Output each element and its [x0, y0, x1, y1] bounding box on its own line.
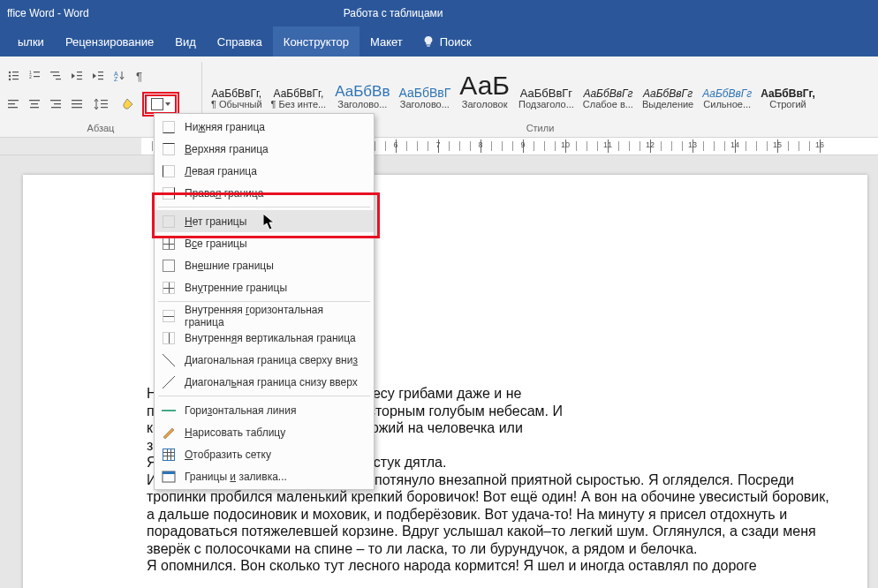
border-menu-item[interactable]: Диагональная граница снизу вверх — [155, 371, 374, 393]
border-menu-item[interactable]: Нарисовать таблицу — [155, 421, 374, 443]
svg-text:¶: ¶ — [136, 70, 142, 82]
svg-rect-17 — [98, 72, 103, 72]
border-none-icon — [162, 215, 176, 229]
title-bar: ffice Word - Word Работа с таблицами — [0, 0, 878, 26]
style-item[interactable]: АаБбВвГгПодзаголо... — [515, 58, 578, 109]
svg-rect-32 — [72, 100, 82, 101]
border-dialog-icon — [162, 470, 176, 484]
svg-text:2: 2 — [29, 74, 32, 79]
ribbon: 12 AZ ¶ — [0, 57, 878, 138]
border-menu-item[interactable]: Внешние границы — [155, 254, 374, 276]
svg-rect-24 — [8, 103, 15, 104]
svg-rect-18 — [98, 75, 103, 76]
svg-rect-35 — [101, 100, 108, 101]
border-menu-item[interactable]: Верхняя граница — [155, 138, 374, 160]
decrease-indent-button[interactable] — [67, 66, 87, 86]
menu-item-label: Нет границы — [185, 215, 246, 228]
menu-tab-1[interactable]: Рецензирование — [55, 26, 164, 57]
ribbon-tabs: ылкиРецензированиеВидСправкаКонструкторМ… — [0, 26, 878, 57]
borders-icon — [151, 98, 163, 110]
svg-text:Z: Z — [114, 76, 118, 82]
menu-item-label: Внутренняя вертикальная граница — [185, 332, 356, 344]
svg-rect-42 — [163, 471, 175, 474]
menu-item-label: Левая граница — [185, 165, 257, 177]
menu-item-label: Горизонтальная линия — [185, 404, 296, 417]
document-area: Не е грибная. В холодном сухом лесу гриб… — [0, 155, 878, 588]
border-hline-icon — [162, 403, 176, 418]
sort-button[interactable]: AZ — [110, 66, 129, 86]
svg-rect-36 — [101, 103, 108, 104]
app-title: ffice Word - Word — [7, 7, 89, 19]
border-menu-item[interactable]: Горизонтальная линия — [155, 399, 374, 421]
svg-rect-12 — [53, 75, 60, 76]
svg-line-39 — [163, 376, 175, 388]
border-draw-icon — [162, 426, 176, 440]
border-menu-item[interactable]: Границы и заливка... — [155, 465, 374, 487]
menu-tab-2[interactable]: Вид — [164, 26, 207, 57]
align-left-button[interactable] — [4, 94, 23, 114]
multilevel-button[interactable] — [46, 66, 65, 86]
border-menu-item[interactable]: Отобразить сетку — [155, 443, 374, 465]
menu-item-label: Внутренние границы — [185, 282, 287, 294]
border-menu-item[interactable]: Внутренние границы — [155, 276, 374, 298]
align-justify-button[interactable] — [67, 94, 87, 114]
border-menu-item[interactable]: Диагональная граница сверху вниз — [155, 349, 374, 371]
borders-dropdown: Нижняя границаВерхняя границаЛевая грани… — [154, 113, 375, 490]
border-right-icon — [162, 186, 176, 200]
svg-point-5 — [9, 78, 11, 79]
line-spacing-button[interactable] — [88, 94, 115, 114]
menu-tab-0[interactable]: ылки — [7, 26, 55, 57]
menu-tab-3[interactable]: Справка — [207, 26, 273, 57]
svg-rect-34 — [72, 107, 82, 108]
numbering-button[interactable]: 12 — [25, 66, 44, 86]
style-item[interactable]: АаБЗаголовок — [456, 58, 513, 109]
svg-rect-15 — [77, 75, 82, 76]
style-item[interactable]: АаБбВвЗаголово... — [331, 58, 393, 109]
svg-rect-30 — [54, 103, 61, 104]
style-item[interactable]: АаБбВвГг,¶ Обычный — [208, 58, 266, 109]
svg-point-3 — [9, 74, 11, 76]
border-menu-item[interactable]: Правая граница — [155, 182, 374, 204]
svg-line-38 — [163, 354, 175, 366]
chevron-down-icon — [165, 102, 170, 106]
bullets-button[interactable] — [4, 66, 23, 86]
document-page[interactable]: Не е грибная. В холодном сухом лесу гриб… — [23, 175, 867, 588]
style-item[interactable]: АаБбВвГг,¶ Без инте... — [268, 58, 330, 109]
svg-rect-26 — [29, 100, 40, 101]
tell-me-search[interactable]: Поиск — [413, 35, 481, 49]
svg-rect-2 — [12, 72, 19, 72]
style-item[interactable]: АаБбВвГгСильное... — [699, 58, 755, 109]
border-menu-item[interactable]: Левая граница — [155, 160, 374, 182]
menu-tab-4[interactable]: Конструктор — [273, 26, 360, 57]
table-tools-tab: Работа с таблицами — [328, 0, 459, 26]
svg-rect-11 — [50, 72, 59, 72]
horizontal-ruler[interactable]: 12345678910111213141516 — [0, 138, 878, 155]
menu-item-label: Все границы — [185, 237, 247, 250]
menu-tab-5[interactable]: Макет — [360, 26, 413, 57]
shading-button[interactable] — [117, 94, 143, 114]
align-center-button[interactable] — [25, 94, 44, 114]
svg-rect-23 — [8, 100, 19, 101]
border-menu-item[interactable]: Внутренняя вертикальная граница — [155, 327, 374, 349]
borders-button[interactable] — [145, 94, 177, 114]
style-item[interactable]: АаБбВвГгВыделение — [639, 58, 697, 109]
style-item[interactable]: АаБбВвГЗаголово... — [395, 58, 454, 109]
style-item[interactable]: АаБбВвГг,Строгий — [757, 58, 819, 109]
border-menu-item[interactable]: Внутренняя горизонтальная граница — [155, 305, 374, 327]
style-item[interactable]: АаБбВвГгСлабое в... — [579, 58, 637, 109]
border-innerv-icon — [162, 331, 176, 345]
menu-item-label: Нарисовать таблицу — [185, 426, 285, 439]
align-right-button[interactable] — [46, 94, 65, 114]
border-outer-icon — [162, 259, 176, 273]
show-marks-button[interactable]: ¶ — [131, 66, 150, 86]
menu-item-label: Диагональная граница снизу вверх — [185, 376, 358, 388]
svg-rect-10 — [34, 76, 40, 77]
border-left-icon — [162, 164, 176, 178]
increase-indent-button[interactable] — [88, 66, 108, 86]
border-innerh-icon — [162, 309, 176, 323]
svg-rect-14 — [77, 72, 82, 72]
border-menu-item[interactable]: Нижняя граница — [155, 116, 374, 138]
svg-rect-33 — [72, 103, 82, 104]
border-menu-item[interactable]: Все границы — [155, 232, 374, 254]
svg-rect-4 — [12, 75, 19, 76]
